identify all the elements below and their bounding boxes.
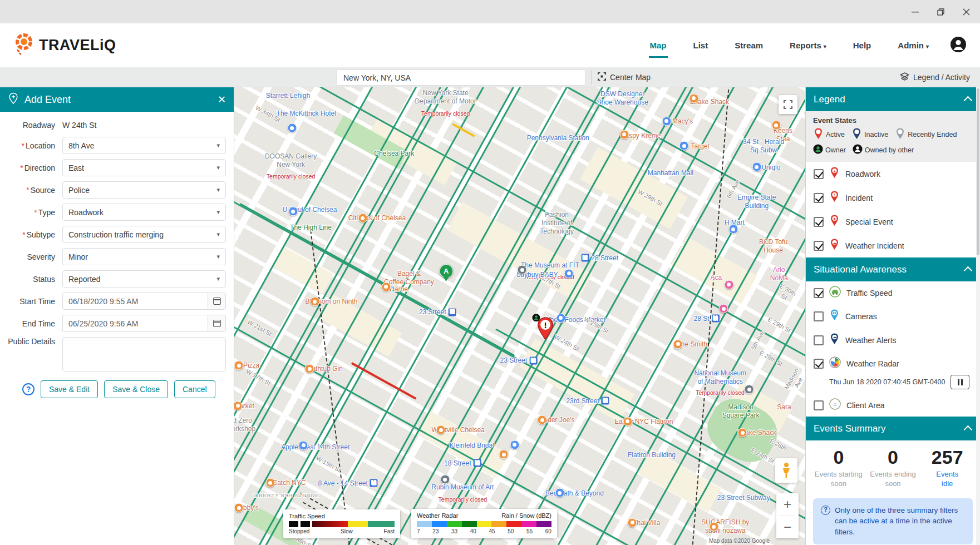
zoom-out-button[interactable]: − [776,516,799,538]
legend-category-incident[interactable]: !Incident [806,186,980,210]
subtype-select[interactable]: Construction traffic merging▾ [62,226,226,243]
poi-label[interactable]: 34 St - Herald Sq Subw [743,138,785,155]
poi-label[interactable]: DSW Designer Shoe Warehouse [597,90,648,107]
poi-label[interactable]: DOOSAN Gallery New York [265,152,317,169]
poi-label[interactable]: The Museum at FIT [521,261,579,270]
shop-poi-marker[interactable] [288,207,298,216]
start-time-input[interactable]: 06/18/2020 9:55 AM [62,293,208,310]
museum-poi-marker[interactable] [745,385,754,394]
checkbox[interactable] [814,169,824,179]
food-poi-marker[interactable] [234,361,244,370]
food-poi-marker[interactable] [771,121,781,130]
poi-label[interactable]: Chelsea Park [374,150,414,158]
poi-label[interactable]: Rubin Museum of Art [431,483,494,492]
events-summary-section-header[interactable]: Events Summary [806,417,980,440]
sa-item-client-area[interactable]: ⌂Client Area [806,394,980,417]
zoom-in-button[interactable]: + [776,493,799,516]
location-select[interactable]: 8th Ave▾ [62,137,226,154]
checkbox[interactable] [814,359,824,369]
nav-item-stream[interactable]: Stream [733,36,764,54]
checkbox[interactable] [814,311,824,321]
save-edit-button[interactable]: Save & Edit [41,380,98,398]
poi-label[interactable]: The McKittrick Hotel [277,109,336,117]
help-icon[interactable]: ? [22,383,35,395]
type-select[interactable]: Roadwork▾ [62,204,226,221]
poi-label[interactable]: Kleinfeld Bridal [450,441,494,449]
severity-select[interactable]: Minor▾ [62,248,226,265]
checkbox[interactable] [814,217,824,227]
subway-station-label[interactable]: 8 Ave - 14 StreetM [318,479,378,487]
poi-label[interactable]: Uniqlo [761,164,780,172]
cancel-button[interactable]: Cancel [174,380,215,398]
shop-poi-marker[interactable] [556,313,565,323]
poi-label[interactable]: Bagel & Coffee Company [384,270,434,286]
food-poi-marker[interactable] [234,503,244,513]
legend-category-roadwork[interactable]: ▲Roadwork [806,162,980,186]
fullscreen-button[interactable] [779,95,797,114]
map-canvas[interactable]: Starrett-LehighThe McKittrick HotelNew Y… [234,87,805,545]
shop-poi-marker[interactable] [679,141,689,151]
poi-label[interactable]: nd Zero Workshop [234,417,255,433]
public-details-textarea[interactable] [62,337,226,371]
poi-label[interactable]: New York State Department of Motor [415,89,476,106]
checkbox[interactable] [814,193,824,203]
pegman-control[interactable] [775,458,797,483]
sa-item-traffic-speed[interactable]: Traffic Speed [806,281,980,304]
food-poi-marker[interactable] [436,425,446,435]
shop-poi-marker[interactable] [287,123,297,133]
window-minimize-button[interactable] [902,0,928,23]
situational-section-header[interactable]: Situational Awareness [806,257,980,281]
poi-label[interactable]: BCD Tofu House [757,238,789,255]
food-poi-marker[interactable] [381,282,391,291]
hotel-poi-marker[interactable] [724,280,733,289]
nav-item-map[interactable]: Map [649,36,668,54]
sa-item-cameras[interactable]: Cameras [806,304,980,328]
poi-label[interactable]: SUGARFISH by sushi nozawa [701,518,749,535]
poi-label[interactable]: Macy's [672,117,693,125]
food-poi-marker[interactable] [623,417,632,426]
poi-label[interactable]: Apple West 14th Street [281,443,349,451]
legend-section-header[interactable]: Legend [806,87,980,111]
poi-label[interactable]: Flatiron Building [628,450,676,459]
sa-item-weather-alerts[interactable]: ☁Weather Alerts [806,328,980,352]
end-time-input[interactable]: 06/25/2020 9:56 AM [62,315,208,332]
food-poi-marker[interactable] [310,297,319,306]
food-poi-marker[interactable] [673,339,683,349]
poi-label[interactable]: The High Line [290,223,332,231]
food-poi-marker[interactable] [265,478,275,488]
shop-poi-marker[interactable] [510,440,519,449]
center-map-button[interactable]: Center Map [598,67,651,87]
shop-poi-marker[interactable] [564,269,574,278]
poi-label[interactable]: Starrett-Lehigh [266,91,310,100]
food-poi-marker[interactable] [738,428,747,438]
food-poi-marker[interactable] [305,364,314,374]
source-select[interactable]: Police▾ [62,181,226,199]
pause-button[interactable] [951,375,969,389]
sa-item-weather-radar[interactable]: Weather Radar [806,352,980,375]
poi-label[interactable]: 23 Street Subway [717,494,770,502]
direction-select[interactable]: East▾ [62,159,226,176]
close-icon[interactable]: ✕ [218,95,226,105]
poi-label[interactable]: Sara [777,403,791,412]
poi-label[interactable]: Manhattan Mall [648,169,693,177]
nav-item-admin[interactable]: Admin▾ [897,36,930,54]
poi-label[interactable]: National Museum of Mathematics [694,369,746,386]
nav-item-reports[interactable]: Reports▾ [789,36,828,54]
calendar-button[interactable] [208,293,226,310]
search-input[interactable] [336,70,585,86]
window-close-button[interactable] [953,0,979,23]
subway-station-label[interactable]: 28 StM [693,314,719,323]
subway-station-label[interactable]: 23 StreetM [500,356,538,365]
shop-poi-marker[interactable] [752,162,761,172]
food-poi-marker[interactable] [709,522,718,532]
stat-label[interactable]: Eventsidle [920,470,974,488]
food-poi-marker[interactable] [689,93,698,103]
poi-label[interactable]: Aca [711,274,722,282]
museum-poi-marker[interactable] [518,265,527,275]
shop-poi-marker[interactable] [299,440,308,450]
event-marker[interactable]: ! [536,317,555,343]
food-poi-marker[interactable] [628,518,637,527]
shop-poi-marker[interactable] [728,225,738,234]
user-avatar[interactable] [950,36,967,55]
food-poi-marker[interactable] [358,214,367,223]
